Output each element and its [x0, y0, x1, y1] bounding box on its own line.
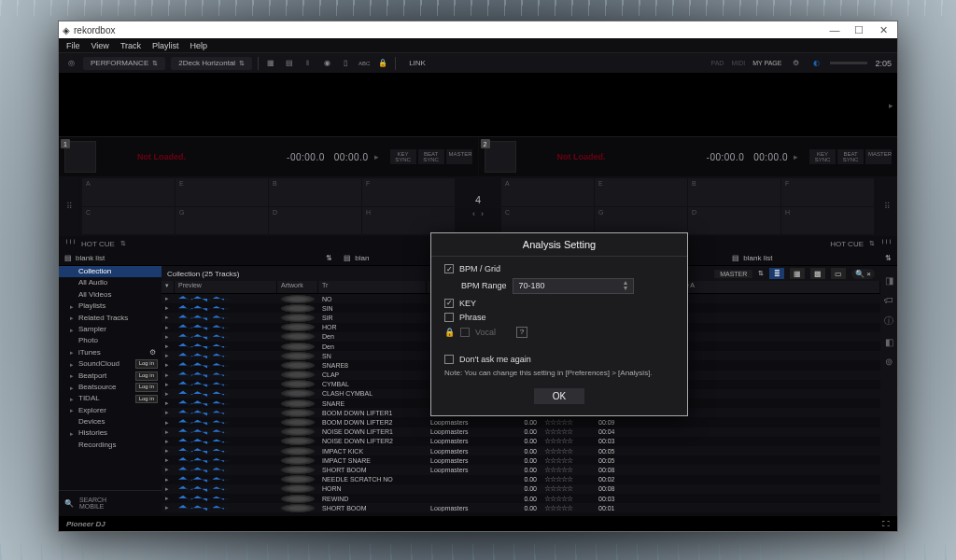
- login-button[interactable]: Log in: [135, 395, 158, 404]
- window-minimize[interactable]: —: [824, 24, 845, 35]
- row-play-icon[interactable]: ▸: [162, 456, 175, 464]
- col-artwork[interactable]: Artwork: [277, 281, 318, 293]
- row-play-icon[interactable]: ▸: [162, 476, 175, 483]
- mypage-button[interactable]: MY PAGE: [752, 60, 781, 66]
- rp-info-icon[interactable]: ⓘ: [884, 315, 893, 328]
- row-play-icon[interactable]: ▸: [162, 352, 175, 359]
- rp-expand-icon[interactable]: ◨: [885, 275, 893, 286]
- deck-2-play-icon[interactable]: ▸: [794, 152, 798, 161]
- menu-playlist[interactable]: Playlist: [152, 41, 179, 50]
- row-play-icon[interactable]: ▸: [162, 438, 175, 445]
- sidebar-item-tidal[interactable]: ▸TIDALLog in: [59, 393, 162, 404]
- row-rating[interactable]: ☆☆☆☆☆: [541, 427, 595, 436]
- hotcue-right-label[interactable]: HOT CUE: [830, 240, 864, 248]
- pad-side-left[interactable]: ⠿: [59, 176, 79, 236]
- row-play-icon[interactable]: ▸: [162, 390, 175, 398]
- row-preview[interactable]: [178, 428, 274, 436]
- pad-cell[interactable]: C: [82, 207, 175, 235]
- headphone-icon[interactable]: ◐: [809, 57, 822, 70]
- mh-file-icon-1[interactable]: ▤: [64, 254, 72, 262]
- table-row[interactable]: ▸IMPACT KICKLoopmasters0.00☆☆☆☆☆00:05: [162, 446, 880, 455]
- login-button[interactable]: Log in: [135, 383, 158, 392]
- sidebar-item-related-tracks[interactable]: ▸Related Tracks: [59, 313, 162, 324]
- row-play-icon[interactable]: ▸: [162, 295, 175, 302]
- lock-icon[interactable]: 🔒: [376, 57, 389, 70]
- row-rating[interactable]: ☆☆☆☆☆: [541, 484, 595, 493]
- pad-cell[interactable]: H: [362, 207, 455, 235]
- row-preview[interactable]: [178, 456, 274, 464]
- window-maximize[interactable]: ☐: [849, 24, 869, 36]
- row-play-icon[interactable]: ▸: [162, 314, 175, 321]
- row-preview[interactable]: [178, 438, 274, 445]
- row-preview[interactable]: [178, 409, 274, 416]
- row-preview[interactable]: [178, 295, 274, 302]
- view-grid2-icon[interactable]: ▦: [790, 268, 805, 279]
- pad-cell[interactable]: D: [269, 207, 361, 235]
- mh-arrow-3[interactable]: ⇅: [885, 254, 892, 262]
- sidebar-item-soundcloud[interactable]: ▸SoundCloudLog in: [59, 358, 162, 370]
- pad-cell[interactable]: G: [595, 207, 687, 235]
- col-title[interactable]: Tr: [318, 281, 427, 293]
- pad-cell[interactable]: B: [688, 178, 780, 206]
- row-preview[interactable]: [178, 476, 274, 483]
- master-arrows-icon[interactable]: ⇅: [758, 270, 764, 277]
- mh-file-icon-2[interactable]: ▤: [344, 254, 351, 262]
- row-preview[interactable]: [178, 324, 274, 331]
- row-preview[interactable]: [178, 485, 274, 493]
- gear-icon[interactable]: ⚙: [149, 348, 156, 357]
- checkbox-phrase[interactable]: [444, 313, 454, 322]
- pad-cell[interactable]: F: [781, 178, 874, 206]
- row-play-icon[interactable]: ▸: [162, 495, 175, 502]
- deck-2-beat-sync[interactable]: BEAT SYNC: [837, 149, 864, 164]
- row-rating[interactable]: ☆☆☆☆☆: [541, 466, 595, 474]
- settings-icon[interactable]: ⚙: [789, 57, 802, 70]
- table-row[interactable]: ▸IMPACT SNARELoopmasters0.00☆☆☆☆☆00:05: [162, 455, 880, 465]
- row-rating[interactable]: ☆☆☆☆☆: [541, 447, 595, 455]
- login-button[interactable]: Log in: [135, 359, 158, 369]
- sidebar-item-devices[interactable]: Devices: [59, 416, 162, 427]
- pad-cell[interactable]: E: [176, 178, 268, 206]
- row-play-icon[interactable]: ▸: [162, 399, 175, 407]
- view-list-icon[interactable]: ≣: [769, 268, 784, 279]
- deck-1-master[interactable]: MASTER: [446, 149, 472, 164]
- row-rating[interactable]: ☆☆☆☆☆: [541, 495, 595, 503]
- row-play-icon[interactable]: ▸: [162, 381, 175, 388]
- row-play-icon[interactable]: ▸: [162, 343, 175, 350]
- row-preview[interactable]: [178, 504, 274, 511]
- sidebar-item-all-videos[interactable]: All Videos: [59, 289, 162, 301]
- checkbox-bpm-grid[interactable]: [444, 264, 454, 273]
- sidebar-item-itunes[interactable]: ▸iTunes⚙: [59, 347, 162, 358]
- row-play-icon[interactable]: ▸: [162, 504, 175, 511]
- sidebar-item-explorer[interactable]: ▸Explorer: [59, 405, 162, 416]
- panel-icon-2[interactable]: ▤: [283, 57, 296, 70]
- row-rating[interactable]: ☆☆☆☆☆: [541, 437, 595, 445]
- layout-selector[interactable]: 2Deck Horizontal ⇅: [171, 57, 252, 70]
- browser-master-button[interactable]: MASTER: [714, 270, 752, 278]
- row-play-icon[interactable]: ▸: [162, 324, 175, 331]
- row-preview[interactable]: [178, 390, 274, 398]
- row-preview[interactable]: [178, 352, 274, 359]
- row-preview[interactable]: [178, 304, 274, 312]
- view-large-icon[interactable]: ▭: [831, 268, 846, 279]
- table-row[interactable]: ▸NOISE DOWN LIFTER2Loopmasters0.00☆☆☆☆☆0…: [162, 437, 880, 446]
- pad-cell[interactable]: B: [269, 178, 361, 206]
- sidebar-item-recordings[interactable]: Recordings: [59, 440, 162, 451]
- sidebar-item-histories[interactable]: ▸Histories: [59, 427, 162, 439]
- rp-tag-icon[interactable]: 🏷: [884, 295, 893, 305]
- row-rating[interactable]: ☆☆☆☆☆: [541, 504, 595, 512]
- link-button[interactable]: LINK: [401, 59, 433, 67]
- sidebar-item-all-audio[interactable]: All Audio: [59, 277, 162, 288]
- ok-button[interactable]: OK: [534, 388, 584, 404]
- pad-cell[interactable]: H: [781, 207, 874, 235]
- col-preview[interactable]: Preview: [175, 281, 277, 293]
- rec-icon[interactable]: ◉: [320, 57, 333, 70]
- row-play-icon[interactable]: ▸: [162, 428, 175, 436]
- table-row[interactable]: ▸REWIND0.00☆☆☆☆☆00:03: [162, 494, 880, 503]
- rp-related-icon[interactable]: ⊚: [885, 357, 893, 367]
- row-play-icon[interactable]: ▸: [162, 447, 175, 455]
- abc-icon[interactable]: ABC: [358, 57, 371, 70]
- table-row[interactable]: ▸NEEDLE SCRATCH NO0.00☆☆☆☆☆00:02: [162, 475, 880, 484]
- pad-cell[interactable]: E: [595, 178, 687, 206]
- pad-cell[interactable]: D: [688, 207, 780, 235]
- row-preview[interactable]: [178, 333, 274, 341]
